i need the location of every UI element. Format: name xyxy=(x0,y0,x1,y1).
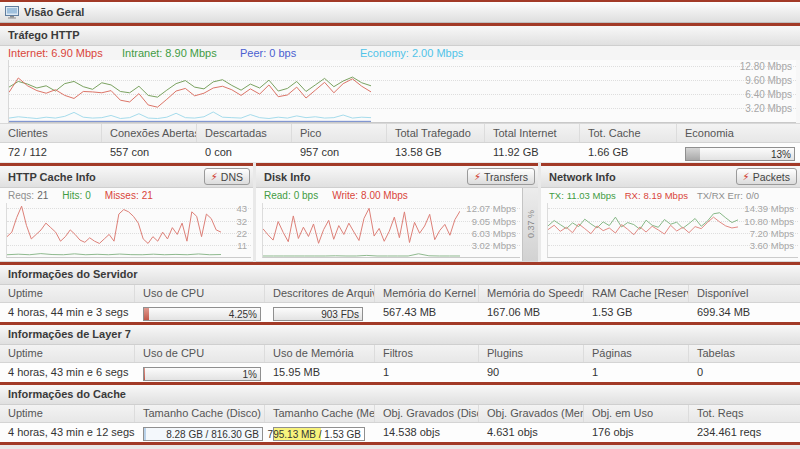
total-cache-value: 1.66 GB xyxy=(580,143,677,162)
disk-cache-size-cell: 8.28 GB / 816.30 GB xyxy=(135,423,265,442)
packets-button[interactable]: ⚡ Packets xyxy=(736,168,797,185)
total-internet-value: 11.92 GB xyxy=(485,143,580,162)
layer7-info-title: Informações de Layer 7 xyxy=(0,325,800,345)
rx-stat: RX:8.19 Mbps xyxy=(625,190,688,201)
mem-cache-size-bar: 795.13 MB / 1.53 GB xyxy=(273,427,365,441)
disk-info-body: Read:0 bps Write:8.00 Mbps 12.07 Mbps 9.… xyxy=(256,188,538,262)
clients-value: 72 / 112 xyxy=(0,143,102,162)
col-header: Uptime xyxy=(0,405,135,422)
http-cache-stats: Reqs:21 Hits:0 Misses:21 xyxy=(0,188,253,203)
legend-internet: Internet:6.90 Mbps xyxy=(8,47,122,59)
file-descriptors-value: 903 FDs xyxy=(321,309,359,320)
http-cache-chart: 43 32 22 11 xyxy=(6,203,251,258)
server-info-values: 4 horas, 44 min e 3 segs 4.25% 903 FDs 5… xyxy=(0,303,800,322)
peak-value: 957 con xyxy=(292,143,387,162)
disk-chart-lines xyxy=(263,203,460,257)
col-header: Páginas xyxy=(584,345,689,362)
legend-peer: Peer:0 bps xyxy=(240,47,360,59)
lightning-icon: ⚡ xyxy=(211,172,218,182)
col-header: Tot. Reqs xyxy=(689,405,800,422)
col-header: Tabelas xyxy=(689,345,800,362)
col-header: Tot. Cache xyxy=(580,124,677,142)
lightning-icon: ⚡ xyxy=(743,172,750,182)
ram-cache-value: 1.53 GB xyxy=(584,303,689,322)
col-header: RAM Cache [Reservado] xyxy=(584,285,689,302)
ytick-label: 12.80 Mbps xyxy=(740,61,792,72)
file-descriptors-box: 903 FDs xyxy=(273,307,363,321)
server-info-title: Informações do Servidor xyxy=(0,265,800,285)
col-header: Obj. Gravados (Disco) xyxy=(375,405,479,422)
plugins-value: 90 xyxy=(479,363,584,382)
col-header: Obj. em Uso xyxy=(584,405,689,422)
economy-bar-fill xyxy=(686,148,700,160)
layer7-info-section: Informações de Layer 7 Uptime Uso de CPU… xyxy=(0,325,800,382)
layer7-cpu-percent: 1% xyxy=(243,369,257,380)
col-header: Uso de CPU xyxy=(135,345,265,362)
ytick-label: 6.03 Mbps xyxy=(472,227,516,238)
legend-intranet: Intranet:8.90 Mbps xyxy=(122,47,240,59)
ytick-label: 7.20 Mbps xyxy=(750,227,794,238)
mem-objects-value: 4.631 objs xyxy=(479,423,584,442)
network-info-panel: Network Info ⚡ Packets TX:11.03 Mbps RX:… xyxy=(541,163,800,262)
http-cache-body: Reqs:21 Hits:0 Misses:21 43 32 22 11 xyxy=(0,188,253,262)
disk-usage-percent: 0.37 % xyxy=(526,210,536,238)
hits-stat: Hits:0 xyxy=(62,190,91,201)
dns-button[interactable]: ⚡ DNS xyxy=(204,168,250,185)
disk-info-panel: Disk Info ⚡ Transfers Read:0 bps Write:8… xyxy=(256,163,538,262)
reqs-stat: Reqs:21 xyxy=(8,190,48,201)
tables-value: 0 xyxy=(689,363,800,382)
col-header: Pico xyxy=(292,124,387,142)
network-stats: TX:11.03 Mbps RX:8.19 Mbps TX/RX Err:0/0 xyxy=(541,188,800,203)
col-header: Uptime xyxy=(0,345,135,362)
disk-cache-fill xyxy=(144,428,146,440)
col-header: Tamanho Cache (Mem) xyxy=(265,405,375,422)
network-chart: 14.39 Mbps 10.80 Mbps 7.20 Mbps 3.60 Mbp… xyxy=(547,203,798,258)
overview-window: Visão Geral Tráfego HTTP Internet:6.90 M… xyxy=(0,0,800,449)
server-uptime: 4 horas, 44 min e 3 segs xyxy=(0,303,135,322)
cache-info-values: 4 horas, 43 min e 12 segs 8.28 GB / 816.… xyxy=(0,423,800,442)
http-cache-chart-lines xyxy=(7,203,221,257)
disk-cache-size-value: 8.28 GB / 816.30 GB xyxy=(166,429,259,440)
desktop-gap xyxy=(0,445,800,449)
traffic-http-header: Tráfego HTTP xyxy=(0,26,800,46)
transfers-button[interactable]: ⚡ Transfers xyxy=(467,168,535,185)
legend-economy: Economy:2.00 Mbps xyxy=(360,47,463,59)
file-descriptors-cell: 903 FDs xyxy=(265,303,375,322)
layer7-info-headers: Uptime Uso de CPU Uso de Memória Filtros… xyxy=(0,345,800,363)
col-header: Economia xyxy=(677,124,800,142)
ytick-label: 6.40 Mbps xyxy=(745,89,792,100)
objects-in-use-value: 176 objs xyxy=(584,423,689,442)
col-header: Plugins xyxy=(479,345,584,362)
server-info-section: Informações do Servidor Uptime Uso de CP… xyxy=(0,265,800,322)
discarded-value: 0 con xyxy=(197,143,292,162)
open-connections-value: 557 con xyxy=(102,143,197,162)
kernel-memory-value: 567.43 MB xyxy=(375,303,479,322)
read-stat: Read:0 bps xyxy=(264,190,318,201)
disk-info-header: Disk Info ⚡ Transfers xyxy=(256,166,538,188)
ytick-label: 3.60 Mbps xyxy=(750,239,794,250)
available-memory-value: 699.34 MB xyxy=(689,303,800,322)
network-chart-lines xyxy=(548,203,738,257)
mini-panels-row: HTTP Cache Info ⚡ DNS Reqs:21 Hits:0 Mis… xyxy=(0,163,800,262)
col-header: Clientes xyxy=(0,124,102,142)
layer7-uptime: 4 horas, 43 min e 6 segs xyxy=(0,363,135,382)
window-titlebar: Visão Geral xyxy=(0,2,800,23)
col-header: Descartadas xyxy=(197,124,292,142)
col-header: Total Internet xyxy=(485,124,580,142)
traffic-http-panel: Tráfego HTTP Internet:6.90 Mbps Intranet… xyxy=(0,26,800,162)
col-header: Filtros xyxy=(375,345,479,362)
traffic-chart: 12.80 Mbps 9.60 Mbps 6.40 Mbps 3.20 Mbps xyxy=(8,60,796,123)
window-title: Visão Geral xyxy=(24,6,84,18)
disk-chart: 12.07 Mbps 9.05 Mbps 6.03 Mbps 3.02 Mbps xyxy=(262,203,520,258)
layer7-cpu-cell: 1% xyxy=(135,363,265,382)
traffic-table-header: Clientes Conexões Abertas Descartadas Pi… xyxy=(0,123,800,143)
network-info-body: TX:11.03 Mbps RX:8.19 Mbps TX/RX Err:0/0… xyxy=(541,188,800,262)
total-reqs-value: 234.461 reqs xyxy=(689,423,800,442)
economy-cell: 13% xyxy=(677,143,800,162)
window-icon xyxy=(5,6,19,19)
cpu-usage-bar: 4.25% xyxy=(143,307,261,321)
tx-stat: TX:11.03 Mbps xyxy=(549,190,616,201)
misses-stat: Misses:21 xyxy=(105,190,153,201)
http-cache-header: HTTP Cache Info ⚡ DNS xyxy=(0,166,253,188)
cache-info-section: Informações do Cache Uptime Tamanho Cach… xyxy=(0,385,800,442)
